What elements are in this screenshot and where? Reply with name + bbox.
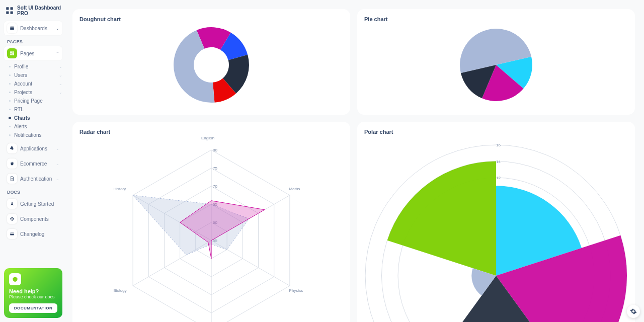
svg-rect-1 xyxy=(11,7,13,10)
nav-changelog-label: Changelog xyxy=(20,231,44,237)
pie-card: Pie chart xyxy=(357,9,635,115)
sub-projects[interactable]: Projects⌄ xyxy=(4,88,62,97)
polar-title: Polar chart xyxy=(364,129,628,135)
chevron-down-icon: ⌄ xyxy=(59,82,62,86)
sub-profile[interactable]: Profile⌄ xyxy=(4,62,62,71)
sub-alerts[interactable]: Alerts xyxy=(4,122,62,131)
svg-rect-3 xyxy=(11,12,13,14)
svg-text:70: 70 xyxy=(213,184,217,189)
sub-notifications[interactable]: Notifications xyxy=(4,131,62,139)
help-sub: Please check our docs xyxy=(9,294,57,299)
nav-dashboards[interactable]: Dashboards ⌄ xyxy=(4,21,62,35)
nav-pages-label: Pages xyxy=(20,51,34,56)
basket-icon xyxy=(7,158,17,169)
chevron-down-icon: ⌄ xyxy=(56,162,59,166)
chevron-down-icon: ⌄ xyxy=(56,146,59,151)
svg-rect-5 xyxy=(10,233,14,234)
section-pages: PAGES xyxy=(7,39,62,44)
sub-account[interactable]: Account⌄ xyxy=(4,79,62,88)
nav-pages[interactable]: Pages ⌃ xyxy=(4,46,62,60)
nav-ecommerce-label: Ecommerce xyxy=(20,161,47,167)
help-card: Need help? Please check our docs DOCUMEN… xyxy=(4,268,62,318)
nav-authentication[interactable]: Authentication ⌄ xyxy=(4,172,62,186)
credit-card-icon xyxy=(7,229,17,239)
nav-applications[interactable]: Applications ⌄ xyxy=(4,141,62,155)
polar-chart: 121416 xyxy=(364,135,628,322)
settings-fab[interactable] xyxy=(627,305,640,318)
radar-title: Radar chart xyxy=(79,129,343,135)
chevron-down-icon: ⌄ xyxy=(56,26,59,31)
pages-icon xyxy=(7,48,17,58)
radar-card: Radar chart 556065707580 EnglishMathsPhy… xyxy=(72,122,350,322)
nav-authentication-label: Authentication xyxy=(20,176,52,182)
pie-title: Pie chart xyxy=(364,16,628,22)
rocket-icon xyxy=(7,143,17,153)
document-icon xyxy=(7,174,17,184)
nav-components-label: Components xyxy=(20,216,49,222)
svg-text:75: 75 xyxy=(213,166,217,171)
svg-rect-2 xyxy=(6,12,9,14)
brand: Soft UI Dashboard PRO xyxy=(4,3,62,21)
doughnut-chart xyxy=(79,22,343,108)
doughnut-title: Doughnut chart xyxy=(79,16,343,22)
documentation-button[interactable]: DOCUMENTATION xyxy=(9,303,57,313)
sub-rtl[interactable]: RTL xyxy=(4,105,62,114)
chevron-down-icon: ⌄ xyxy=(59,90,62,95)
chevron-down-icon: ⌄ xyxy=(56,177,59,181)
svg-text:80: 80 xyxy=(213,148,217,152)
brand-label: Soft UI Dashboard PRO xyxy=(17,5,61,16)
sidebar: Soft UI Dashboard PRO Dashboards ⌄ PAGES… xyxy=(0,0,66,322)
radar-chart: 556065707580 EnglishMathsPhysicsChemistr… xyxy=(79,135,343,322)
chevron-down-icon: ⌄ xyxy=(59,73,62,77)
sub-pricing[interactable]: Pricing Page xyxy=(4,97,62,105)
help-title: Need help? xyxy=(9,288,57,294)
doughnut-card: Doughnut chart xyxy=(72,9,350,115)
nav-ecommerce[interactable]: Ecommerce ⌄ xyxy=(4,156,62,171)
nav-getting-started-label: Getting Started xyxy=(20,201,54,207)
gear-icon xyxy=(630,308,637,315)
shop-icon xyxy=(7,23,17,33)
brand-icon xyxy=(5,6,14,15)
nav-components[interactable]: Components xyxy=(4,212,62,226)
sub-users[interactable]: Users⌄ xyxy=(4,71,62,79)
nav-applications-label: Applications xyxy=(20,146,47,151)
nav-dashboards-label: Dashboards xyxy=(20,26,47,31)
spaceship-icon xyxy=(7,199,17,209)
polar-card: Polar chart 121416 xyxy=(357,122,635,322)
pages-submenu: Profile⌄ Users⌄ Account⌄ Projects⌄ Prici… xyxy=(4,62,62,139)
nav-getting-started[interactable]: Getting Started xyxy=(4,197,62,211)
pie-chart xyxy=(364,22,628,108)
main: Doughnut chart Pie chart Radar chart 556… xyxy=(66,0,644,322)
nav-changelog[interactable]: Changelog xyxy=(4,227,62,241)
help-icon xyxy=(9,273,21,285)
svg-rect-0 xyxy=(6,7,9,10)
chevron-up-icon: ⌃ xyxy=(56,51,59,56)
sub-charts[interactable]: Charts xyxy=(4,114,62,122)
chevron-down-icon: ⌄ xyxy=(59,64,62,69)
components-icon xyxy=(7,214,17,224)
section-docs: DOCS xyxy=(7,190,62,195)
